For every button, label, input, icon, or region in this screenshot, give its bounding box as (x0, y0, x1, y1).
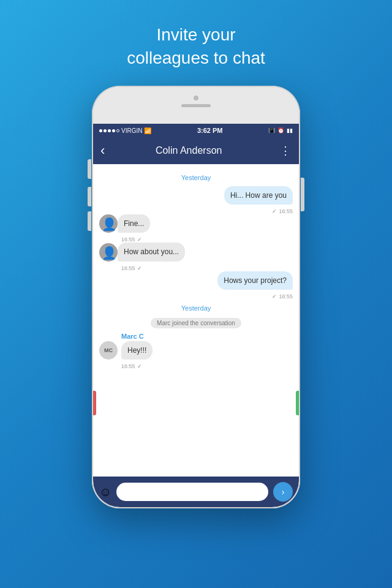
phone-mockup: VIRGIN 📶 3:62 PM 📳 ⏰ ▮▮ ‹ Colin Anderson… (92, 86, 300, 551)
signal-dot-5 (116, 129, 119, 132)
system-message: Marc joined the conversation (99, 317, 293, 328)
signal-dot-2 (104, 129, 107, 132)
message-row-3: How about you... (99, 243, 293, 261)
message-meta-1: ✓ 16:55 (99, 208, 293, 214)
chat-body: Yesterday Hi... How are you ✓ 16:55 (93, 164, 299, 507)
avatar-1 (99, 214, 118, 233)
wifi-icon: 📶 (144, 127, 151, 134)
marc-name: Marc C (121, 333, 153, 340)
phone-top (93, 87, 299, 124)
message-bubble-3: How about you... (118, 243, 185, 261)
carrier-name: VIRGIN (121, 127, 142, 134)
date-separator-2: Yesterday (99, 304, 293, 312)
screen: VIRGIN 📶 3:62 PM 📳 ⏰ ▮▮ ‹ Colin Anderson… (93, 124, 299, 507)
battery-icon: ▮▮ (287, 127, 293, 134)
camera-dot (194, 96, 198, 100)
send-button[interactable]: › (273, 482, 293, 502)
signal-dot-3 (108, 129, 111, 132)
check-icon-1: ✓ (272, 208, 277, 214)
emoji-button[interactable]: ☺ (99, 485, 111, 499)
check-icon-2: ✓ (137, 236, 142, 243)
signal-dots (99, 129, 119, 132)
speaker-slot (181, 104, 211, 107)
status-right: 📳 ⏰ ▮▮ (268, 127, 293, 134)
status-time: 3:62 PM (197, 127, 223, 134)
marc-message-bubble: Hey!!! (121, 341, 153, 360)
message-meta-3: 16:55 ✓ (99, 265, 293, 271)
status-bar: VIRGIN 📶 3:62 PM 📳 ⏰ ▮▮ (93, 124, 299, 137)
volume-red-indicator (93, 391, 96, 415)
date-separator-1: Yesterday (99, 174, 293, 181)
message-bubble-2: Fine... (118, 214, 150, 233)
chat-contact-name: Colin Anderson (110, 145, 268, 156)
marc-message-meta: 16:55 ✓ (99, 363, 293, 369)
more-options-button[interactable]: ⋮ (280, 144, 292, 157)
status-left: VIRGIN 📶 (99, 127, 151, 134)
back-button[interactable]: ‹ (100, 143, 105, 159)
signal-dot-1 (99, 129, 102, 132)
check-icon-3: ✓ (137, 265, 142, 271)
clock-icon: ⏰ (277, 127, 284, 134)
header-title: Invite your colleagues to chat (0, 0, 392, 70)
message-row-4: Hows your project? (99, 271, 293, 290)
check-icon-4: ✓ (272, 293, 277, 300)
volume-green-indicator (296, 391, 299, 415)
message-row-marc: MC Marc C Hey!!! (99, 333, 293, 360)
bluetooth-icon: 📳 (268, 127, 275, 134)
phone-inner: VIRGIN 📶 3:62 PM 📳 ⏰ ▮▮ ‹ Colin Anderson… (93, 87, 299, 507)
message-row-2: Fine... (99, 214, 293, 233)
phone-shell: VIRGIN 📶 3:62 PM 📳 ⏰ ▮▮ ‹ Colin Anderson… (92, 86, 300, 508)
chat-input-bar: ☺ › (93, 477, 299, 507)
signal-dot-4 (112, 129, 115, 132)
message-input[interactable] (116, 483, 268, 501)
message-meta-2: 16:55 ✓ (99, 236, 293, 243)
chat-header: ‹ Colin Anderson ⋮ (93, 137, 299, 164)
message-bubble-1: Hi... How are you (224, 186, 293, 205)
avatar-2 (99, 243, 118, 262)
marc-avatar: MC (99, 341, 118, 360)
message-bubble-4: Hows your project? (217, 271, 293, 290)
message-row-1: Hi... How are you (99, 186, 293, 205)
send-icon: › (282, 487, 285, 497)
marc-check-icon: ✓ (137, 363, 142, 369)
message-meta-4: ✓ 16:55 (99, 293, 293, 300)
